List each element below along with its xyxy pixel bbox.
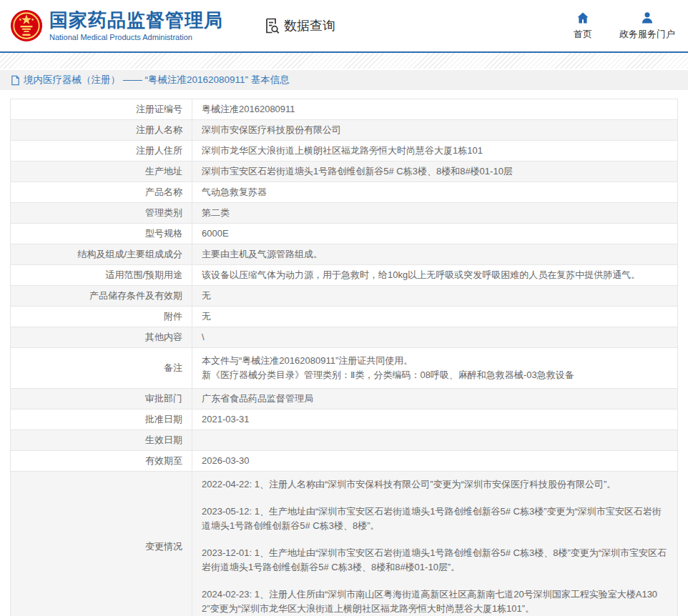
row-value: 深圳市安保医疗科技股份有限公司	[192, 120, 678, 141]
row-value: \	[192, 327, 678, 348]
row-label: 生效日期	[11, 430, 192, 451]
row-label: 有效期至	[11, 451, 192, 472]
info-table: 注册证编号粤械注准20162080911注册人名称深圳市安保医疗科技股份有限公司…	[10, 99, 678, 616]
row-label: 注册人名称	[11, 120, 192, 141]
table-row: 生效日期	[11, 430, 678, 451]
table-row: 变更情况2022-04-22: 1、注册人名称由“深圳市安保科技有限公司”变更为…	[11, 472, 678, 616]
document-icon	[10, 75, 21, 86]
row-value: 深圳市宝安区石岩街道塘头1号路创维创新谷5# C栋3楼、8楼和8#楼01-10层	[192, 162, 678, 182]
row-value: 第二类	[192, 203, 678, 224]
data-query-label: 数据查询	[284, 17, 335, 34]
table-row: 适用范围/预期用途该设备以压缩气体为动力源，用于急救时，给10kg以上无呼吸或突…	[11, 265, 678, 286]
table-row: 其他内容\	[11, 327, 678, 348]
row-label: 适用范围/预期用途	[11, 265, 192, 286]
row-value: 2021-03-31	[192, 409, 678, 430]
row-value: 广东省食品药品监督管理局	[192, 389, 678, 409]
nav-home[interactable]: 首页	[574, 11, 592, 41]
nav-gov-portal-label: 政务服务门户	[619, 28, 675, 41]
table-row: 注册人名称深圳市安保医疗科技股份有限公司	[11, 120, 678, 141]
row-label: 型号规格	[11, 224, 192, 244]
table-row: 有效期至2026-03-30	[11, 451, 678, 472]
row-label: 变更情况	[11, 472, 192, 616]
page-title-bar: 境内医疗器械（注册） —— “粤械注准20162080911” 基本信息	[0, 70, 688, 90]
row-label: 附件	[11, 307, 192, 327]
row-label: 批准日期	[11, 409, 192, 430]
row-value: 该设备以压缩气体为动力源，用于急救时，给10kg以上无呼吸或突发呼吸困难的人员在…	[192, 265, 678, 286]
row-label: 注册证编号	[11, 99, 192, 120]
info-table-wrap: 注册证编号粤械注准20162080911注册人名称深圳市安保医疗科技股份有限公司…	[10, 99, 678, 616]
national-emblem-logo	[10, 9, 43, 42]
table-row: 产品名称气动急救复苏器	[11, 182, 678, 203]
table-row: 生产地址深圳市宝安区石岩街道塘头1号路创维创新谷5# C栋3楼、8楼和8#楼01…	[11, 162, 678, 182]
row-label: 审批部门	[11, 389, 192, 409]
org-name-cn: 国家药品监督管理局	[49, 10, 223, 31]
home-icon	[576, 11, 590, 25]
table-row: 产品储存条件及有效期无	[11, 286, 678, 307]
info-table-body: 注册证编号粤械注准20162080911注册人名称深圳市安保医疗科技股份有限公司…	[11, 99, 678, 616]
page-title: 境内医疗器械（注册） —— “粤械注准20162080911” 基本信息	[24, 74, 290, 86]
row-value: 无	[192, 286, 678, 307]
brand-text: 国家药品监督管理局 National Medical Products Admi…	[49, 10, 223, 41]
data-query-link[interactable]: 数据查询	[263, 17, 335, 34]
site-header: 国家药品监督管理局 National Medical Products Admi…	[0, 0, 688, 51]
row-label: 产品名称	[11, 182, 192, 203]
row-label: 生产地址	[11, 162, 192, 182]
row-value: 无	[192, 307, 678, 327]
nav-gov-portal[interactable]: 政务服务门户	[619, 11, 675, 41]
table-row: 批准日期2021-03-31	[11, 409, 678, 430]
table-row: 附件无	[11, 307, 678, 327]
nav-home-label: 首页	[574, 28, 592, 41]
table-row: 注册人住所深圳市龙华区大浪街道上横朗社区福龙路旁恒大时尚慧谷大厦1栋101	[11, 141, 678, 162]
row-label: 产品储存条件及有效期	[11, 286, 192, 307]
row-label: 其他内容	[11, 327, 192, 348]
data-query-icon	[263, 17, 280, 34]
remark-line: 新《医疗器械分类目录》管理类别：Ⅱ类，分类编码：08呼吸、麻醉和急救器械-03急…	[202, 368, 668, 382]
row-value: 2026-03-30	[192, 451, 678, 472]
remark-line: 本文件与“粤械注准20162080911”注册证共同使用。	[202, 354, 668, 368]
header-nav: 首页 政务服务门户	[574, 11, 675, 41]
user-icon	[640, 11, 654, 25]
table-row: 备注本文件与“粤械注准20162080911”注册证共同使用。新《医疗器械分类目…	[11, 348, 678, 389]
row-value	[192, 430, 678, 451]
row-label: 管理类别	[11, 203, 192, 224]
row-value: 深圳市龙华区大浪街道上横朗社区福龙路旁恒大时尚慧谷大厦1栋101	[192, 141, 678, 162]
row-value: 本文件与“粤械注准20162080911”注册证共同使用。新《医疗器械分类目录》…	[192, 348, 678, 389]
row-label: 注册人住所	[11, 141, 192, 162]
change-record: 2024-02-23: 1、注册人住所由“深圳市南山区粤海街道高新区社区高新南七…	[202, 587, 668, 616]
table-row: 注册证编号粤械注准20162080911	[11, 99, 678, 120]
table-row: 结构及组成/主要组成成分主要由主机及气源管路组成。	[11, 244, 678, 265]
row-value: 6000E	[192, 224, 678, 244]
row-value: 粤械注准20162080911	[192, 99, 678, 120]
change-record: 2023-12-01: 1、生产地址由“深圳市宝安区石岩街道塘头1号路创维创新谷…	[202, 546, 668, 575]
org-name-en: National Medical Products Administration	[49, 33, 223, 41]
table-row: 审批部门广东省食品药品监督管理局	[11, 389, 678, 409]
row-label: 备注	[11, 348, 192, 389]
table-row: 管理类别第二类	[11, 203, 678, 224]
brand: 国家药品监督管理局 National Medical Products Admi…	[10, 9, 223, 42]
hatched-strip	[0, 53, 688, 69]
row-value: 主要由主机及气源管路组成。	[192, 244, 678, 265]
table-row: 型号规格6000E	[11, 224, 678, 244]
row-value: 2022-04-22: 1、注册人名称由“深圳市安保科技有限公司”变更为“深圳市…	[192, 472, 678, 616]
change-record: 2022-04-22: 1、注册人名称由“深圳市安保科技有限公司”变更为“深圳市…	[202, 477, 668, 492]
row-label: 结构及组成/主要组成成分	[11, 244, 192, 265]
row-value: 气动急救复苏器	[192, 182, 678, 203]
change-record: 2023-05-12: 1、生产地址由“深圳市宝安区石岩街道塘头1号路创维创新谷…	[202, 505, 668, 533]
